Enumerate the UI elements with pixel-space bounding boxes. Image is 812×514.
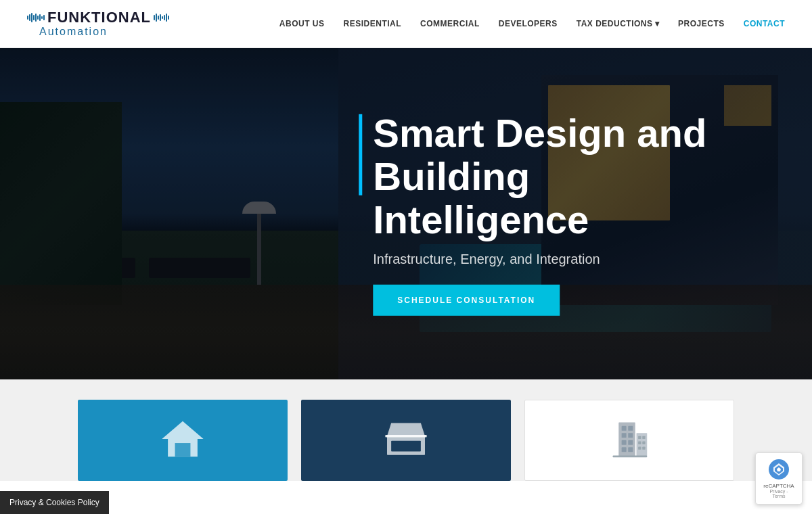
hero-accent-bar [359,114,362,195]
residential-card[interactable] [78,400,288,481]
svg-rect-9 [622,433,627,438]
hero-content: Smart Design and Building Intelligence I… [359,112,752,316]
store-icon [382,415,430,465]
cards-section [0,379,812,481]
nav-commercial[interactable]: COMMERCIAL [420,19,480,28]
logo-sub: Automation [39,26,169,37]
hero-section: Smart Design and Building Intelligence I… [0,48,812,379]
main-nav: ABOUT US RESIDENTIAL COMMERCIAL DEVELOPE… [279,19,785,28]
recaptcha-badge: reCAPTCHA Privacy - Terms [755,452,803,481]
hero-title: Smart Design and Building Intelligence [373,112,752,241]
recaptcha-logo-icon [768,459,790,480]
developers-card[interactable] [524,400,734,481]
svg-rect-10 [628,433,633,438]
site-header: FUNKTIONAL Automation ABOUT US RESIDENTI… [0,0,812,48]
svg-rect-5 [385,435,426,438]
svg-rect-14 [628,447,633,452]
waveform-icon [27,13,45,22]
nav-developers[interactable]: DEVELOPERS [499,19,558,28]
waveform-icon-right [154,14,169,22]
svg-rect-7 [622,426,627,431]
house-icon [159,415,206,465]
svg-rect-13 [622,447,627,452]
chevron-down-icon: ▾ [655,19,660,28]
svg-rect-4 [391,441,421,452]
schedule-consultation-button[interactable]: SCHEDULE CONSULTATION [373,285,560,316]
svg-rect-11 [622,440,627,445]
nav-tax-deductions[interactable]: TAX DEDUCTIONS ▾ [577,19,659,28]
nav-residential[interactable]: RESIDENTIAL [344,19,402,28]
commercial-card[interactable] [301,400,511,481]
logo[interactable]: FUNKTIONAL Automation [27,10,169,37]
svg-rect-15 [637,433,648,457]
svg-rect-17 [642,436,645,439]
svg-rect-22 [613,456,648,458]
nav-about-us[interactable]: ABOUT US [279,19,325,28]
nav-projects[interactable]: PROJECTS [678,19,725,28]
svg-rect-21 [642,446,645,449]
nav-contact[interactable]: CONTACT [744,19,785,28]
svg-rect-18 [638,442,641,444]
building-icon [606,415,653,465]
logo-brand: FUNKTIONAL [47,10,151,25]
hero-subtitle: Infrastructure, Energy, and Integration [373,252,752,267]
svg-rect-8 [628,426,633,431]
svg-rect-12 [628,440,633,445]
svg-rect-16 [638,436,641,439]
svg-rect-2 [175,443,191,457]
svg-rect-20 [638,446,641,449]
svg-rect-19 [642,442,645,444]
